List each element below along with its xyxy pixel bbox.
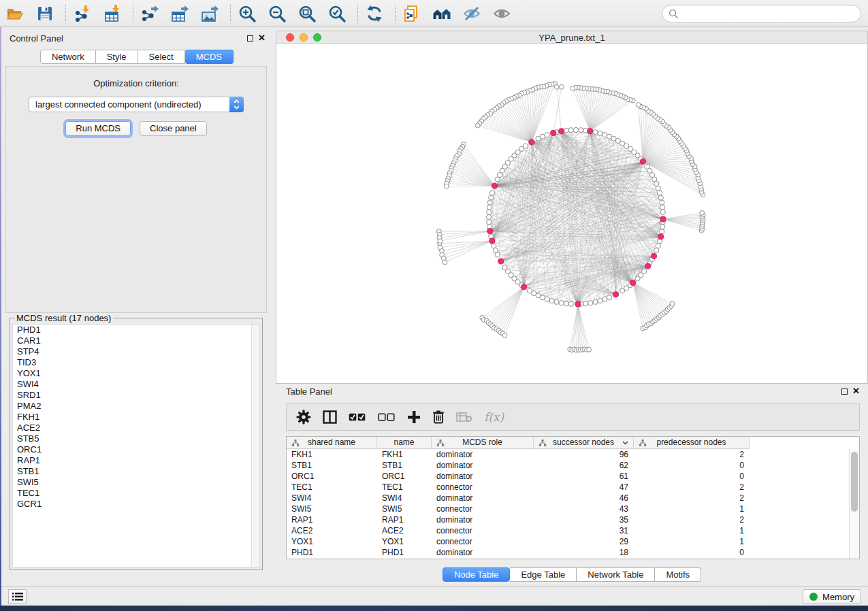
- table-settings-icon[interactable]: [296, 410, 311, 425]
- cell-name: SWI5: [377, 503, 432, 514]
- node-table: shared namenameMCDS rolesuccessor nodesp…: [286, 436, 860, 559]
- table-row[interactable]: TEC1TEC1connector472: [287, 482, 849, 493]
- tab-network-table[interactable]: Network Table: [577, 567, 655, 582]
- criterion-value: largest connected component (undirected): [35, 99, 202, 110]
- desktop-edge: [0, 27, 1, 606]
- tab-select[interactable]: Select: [138, 50, 185, 64]
- cell-mcds_role: connector: [432, 525, 534, 536]
- save-icon[interactable]: [35, 4, 54, 23]
- toolbar-separator: [230, 5, 231, 22]
- column-header-successor-nodes[interactable]: successor nodes: [534, 437, 634, 449]
- function-builder-icon[interactable]: f(x): [484, 410, 504, 424]
- table-scrollbar-thumb[interactable]: [851, 452, 858, 512]
- table-row[interactable]: SWI4SWI4dominator462: [287, 493, 849, 503]
- cell-shared_name: SWI5: [287, 503, 377, 514]
- export-table-icon[interactable]: [170, 4, 189, 23]
- close-table-panel-icon[interactable]: ✕: [852, 386, 860, 396]
- table-row[interactable]: YOX1YOX1connector291: [287, 536, 849, 547]
- column-header-name[interactable]: name: [377, 437, 432, 449]
- column-header-MCDS-role[interactable]: MCDS role: [432, 437, 534, 449]
- tab-style[interactable]: Style: [96, 50, 138, 64]
- show-all-icon[interactable]: [492, 4, 511, 23]
- cell-predecessors: 0: [634, 471, 750, 482]
- mcds-result-item[interactable]: TID3: [13, 357, 259, 368]
- zoom-fit-icon[interactable]: [298, 4, 317, 23]
- cell-successors: 62: [534, 460, 634, 471]
- mcds-result-item[interactable]: YOX1: [13, 368, 259, 379]
- import-network-icon[interactable]: [73, 4, 92, 23]
- table-row[interactable]: PHD1PHD1dominator180: [287, 547, 849, 558]
- add-column-icon[interactable]: [407, 410, 421, 424]
- column-select-icon[interactable]: [323, 410, 337, 424]
- memory-button[interactable]: Memory: [803, 589, 861, 604]
- cell-name: PHD1: [377, 547, 432, 558]
- export-image-icon[interactable]: [200, 4, 219, 23]
- refresh-icon[interactable]: [365, 4, 384, 23]
- mcds-result-item[interactable]: ACE2: [13, 423, 259, 433]
- tab-mcds[interactable]: MCDS: [185, 50, 234, 64]
- float-panel-icon[interactable]: [247, 35, 253, 42]
- tab-network[interactable]: Network: [40, 50, 96, 64]
- table-row[interactable]: ORC1ORC1dominator610: [287, 471, 849, 482]
- zoom-out-icon[interactable]: [268, 4, 287, 23]
- mcds-result-item[interactable]: STB1: [13, 466, 259, 477]
- mcds-result-item[interactable]: FKH1: [13, 412, 259, 423]
- cell-predecessors: 0: [634, 460, 750, 471]
- criterion-dropdown[interactable]: largest connected component (undirected): [29, 97, 244, 112]
- cell-name: ORC1: [377, 471, 432, 482]
- mcds-result-item[interactable]: CAR1: [13, 335, 259, 346]
- mcds-result-item[interactable]: TEC1: [13, 488, 259, 499]
- task-history-button[interactable]: [8, 589, 27, 604]
- mcds-result-item[interactable]: GCR1: [13, 499, 259, 510]
- table-row[interactable]: RAP1RAP1dominator352: [287, 514, 849, 525]
- column-header-predecessor-nodes[interactable]: predecessor nodes: [634, 437, 750, 449]
- mcds-result-item[interactable]: SWI4: [13, 379, 259, 390]
- cell-shared_name: PHD1: [287, 547, 377, 558]
- mcds-result-item[interactable]: STB5: [13, 433, 259, 444]
- table-scrollbar[interactable]: [849, 449, 859, 559]
- column-header-shared-name[interactable]: shared name: [287, 437, 377, 449]
- search-icon: [669, 9, 679, 19]
- mcds-result-item[interactable]: STP4: [13, 346, 259, 357]
- clone-network-icon[interactable]: [402, 4, 421, 23]
- tab-node-table[interactable]: Node Table: [443, 567, 511, 582]
- mcds-result-item[interactable]: SRD1: [13, 390, 259, 401]
- mcds-result-item[interactable]: ORC1: [13, 444, 259, 455]
- first-neighbors-icon[interactable]: [432, 4, 451, 23]
- table-row[interactable]: SWI5SWI5connector431: [287, 503, 849, 514]
- hide-selected-icon[interactable]: [462, 4, 481, 23]
- run-mcds-button[interactable]: Run MCDS: [65, 121, 131, 136]
- cell-name: SWI4: [377, 493, 432, 503]
- cell-successors: 46: [534, 493, 634, 503]
- close-panel-icon[interactable]: ✕: [258, 33, 266, 43]
- mcds-list-scrollbar[interactable]: [251, 325, 259, 567]
- delete-column-icon[interactable]: [432, 410, 445, 424]
- table-row[interactable]: STB1STB1dominator620: [287, 460, 849, 471]
- task-list-icon: [12, 592, 23, 601]
- zoom-selected-icon[interactable]: [327, 4, 347, 23]
- open-file-icon[interactable]: [5, 4, 25, 23]
- select-all-icon[interactable]: [349, 412, 366, 422]
- delete-table-icon[interactable]: [456, 412, 472, 423]
- mcds-result-item[interactable]: RAP1: [13, 455, 259, 466]
- search-input[interactable]: [662, 5, 861, 22]
- tab-edge-table[interactable]: Edge Table: [510, 567, 577, 582]
- mcds-result-item[interactable]: PMA2: [13, 401, 259, 412]
- table-row[interactable]: ACE2ACE2connector311: [287, 525, 849, 536]
- cell-predecessors: 1: [634, 503, 750, 514]
- import-table-icon[interactable]: [103, 4, 122, 23]
- table-row[interactable]: FKH1FKH1dominator962: [287, 449, 849, 460]
- unselect-all-icon[interactable]: [378, 412, 396, 422]
- mcds-result-item[interactable]: SWI5: [13, 477, 259, 488]
- table-panel: Table Panel ✕: [276, 384, 868, 587]
- mcds-result-item[interactable]: PHD1: [13, 325, 259, 335]
- export-network-icon[interactable]: [140, 4, 159, 23]
- float-table-panel-icon[interactable]: [841, 389, 848, 395]
- tab-motifs[interactable]: Motifs: [655, 567, 701, 582]
- network-canvas[interactable]: [276, 43, 868, 384]
- zoom-in-icon[interactable]: [238, 4, 257, 23]
- app-window: Control Panel ✕ NetworkStyleSelectMCDS O…: [0, 0, 868, 606]
- close-panel-button[interactable]: Close panel: [140, 121, 207, 136]
- network-graph[interactable]: [276, 44, 867, 383]
- cell-name: ACE2: [377, 525, 432, 536]
